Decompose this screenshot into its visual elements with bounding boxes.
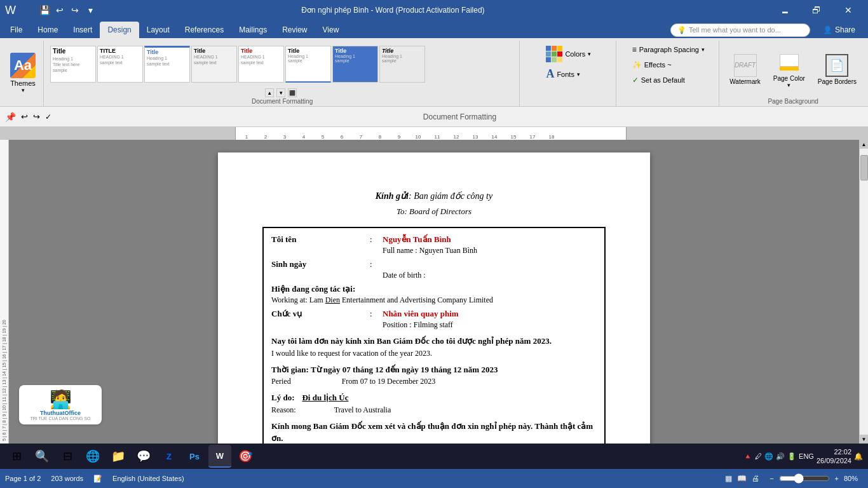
page-background-section: DRAFT Watermark Page Color ▾ 📄 Page Bord… xyxy=(721,41,865,106)
watermark-button[interactable]: DRAFT Watermark xyxy=(726,51,764,88)
effects-icon: ✨ xyxy=(632,60,642,69)
search-button[interactable]: 🔍 xyxy=(31,445,53,468)
main-area: 5 | 6 | 7 | 8 | 9 | 10 | 11 | 12 | 13 | … xyxy=(0,140,868,444)
undo-button[interactable]: ↩ xyxy=(53,4,66,17)
colors-button[interactable]: Colors ▾ xyxy=(543,44,593,64)
scrollbar-up-button[interactable]: ▲ xyxy=(860,140,868,149)
tab-insert[interactable]: Insert xyxy=(65,22,100,38)
page-bg-label: Page Background xyxy=(768,98,818,106)
undo-toolbar[interactable]: ↩ xyxy=(21,112,28,121)
effects-button[interactable]: ✨ Effects ~ xyxy=(628,58,675,71)
style-item-6[interactable]: Title Heading 1sample xyxy=(332,46,378,83)
view-read[interactable]: 📖 xyxy=(737,474,747,483)
title-bar: W Đơn nghi phép Binh - Word (Product Act… xyxy=(0,0,868,20)
label-hiendan: Hiện đang công tác tại: xyxy=(271,284,355,294)
scrollbar-down-button[interactable]: ▼ xyxy=(860,435,868,444)
ruler-tick-11: 11 xyxy=(428,134,447,140)
doc-area[interactable]: 🧑‍💻 ThuthuatOffice TRI TUE CUA DAN CONG … xyxy=(9,140,859,444)
minimize-button[interactable]: 🗕 xyxy=(770,0,799,20)
themes-button[interactable]: Aa Themes ▾ xyxy=(8,50,38,96)
restore-button[interactable]: 🗗 xyxy=(802,0,831,20)
network-icon: 🌐 xyxy=(764,452,773,461)
ruler-tick-9: 9 xyxy=(390,134,409,140)
style-item-7[interactable]: Title Heading 1sample xyxy=(379,46,425,83)
style-item-0[interactable]: Title Heading 1Title text here sample xyxy=(50,46,96,83)
share-button[interactable]: 👤 Share xyxy=(815,23,863,37)
notifications-icon[interactable]: 🔔 xyxy=(854,452,863,461)
explorer-button[interactable]: 📁 xyxy=(107,445,130,468)
save-button[interactable]: 💾 xyxy=(38,4,51,17)
page-color-chevron: ▾ xyxy=(787,82,790,88)
page-color-label: Page Color xyxy=(773,75,805,82)
zalo-button[interactable]: Z xyxy=(158,445,180,468)
view-print[interactable]: 🖨 xyxy=(752,474,759,483)
gallery-scroll-down[interactable]: ▼ xyxy=(276,88,285,97)
scrollbar-thumb[interactable] xyxy=(860,155,868,180)
fullname-value: Nguyen Tuan Bình xyxy=(419,246,477,255)
reason-value-en: Travel to Australia xyxy=(334,405,391,415)
spacing-icon: ≡ xyxy=(632,45,637,54)
status-right: ▦ 📖 🖨 − + 80% xyxy=(725,473,863,484)
close-button[interactable]: ✕ xyxy=(834,0,863,20)
check-toolbar[interactable]: ✓ xyxy=(45,112,51,121)
to-text: : Board of Directors xyxy=(404,207,471,216)
photoshop-button[interactable]: Ps xyxy=(183,445,206,468)
style-item-3[interactable]: Title HEADING 1sample text xyxy=(191,46,237,83)
teams-button[interactable]: 💬 xyxy=(132,445,155,468)
language-indicator: English (United States) xyxy=(112,475,184,482)
tab-references[interactable]: References xyxy=(177,22,231,38)
ruler-tick-2: 2 xyxy=(256,134,275,140)
ruler-tick-12: 12 xyxy=(447,134,466,140)
row-dob-vi: Sinh ngày : xyxy=(271,259,597,269)
word-taskbar-button[interactable]: W xyxy=(208,445,231,468)
zoom-slider[interactable] xyxy=(779,473,830,484)
page-borders-button[interactable]: 📄 Page Borders xyxy=(814,51,860,88)
start-button[interactable]: ⊞ xyxy=(5,445,28,468)
page-color-button[interactable]: Page Color ▾ xyxy=(770,48,809,91)
redo-button[interactable]: ↪ xyxy=(69,4,81,17)
edge-button[interactable]: 🌐 xyxy=(81,445,104,468)
ruler-tick-18: 18 xyxy=(542,134,561,140)
style-item-1[interactable]: TITLE HEADING 1sample text xyxy=(97,46,143,83)
zoom-plus[interactable]: + xyxy=(835,475,839,482)
tab-review[interactable]: Review xyxy=(275,22,315,38)
tab-mailings[interactable]: Mailings xyxy=(231,22,275,38)
tab-home[interactable]: Home xyxy=(30,22,65,38)
colors-fonts-section: Colors ▾ A Fonts ▾ xyxy=(521,41,616,106)
tab-layout[interactable]: Layout xyxy=(139,22,177,38)
tab-design[interactable]: Design xyxy=(100,22,139,38)
redo-toolbar[interactable]: ↪ xyxy=(33,112,40,121)
style-item-2[interactable]: Title Heading 1sample text xyxy=(144,46,190,83)
fonts-button[interactable]: A Fonts ▾ xyxy=(543,66,583,82)
gallery-scroll-up[interactable]: ▲ xyxy=(265,88,274,97)
style-item-4[interactable]: Title HEADING 1sample text xyxy=(238,46,284,83)
set-as-default-button[interactable]: ✓ Set as Default xyxy=(628,74,689,86)
pen-icon: 🖊 xyxy=(755,452,762,460)
customize-qa-button[interactable]: ▾ xyxy=(84,4,97,17)
edge-icon: 🌐 xyxy=(86,449,100,463)
left-ruler-numbers: 5 | 6 | 7 | 8 | 9 | 10 | 11 | 12 | 13 | … xyxy=(2,320,6,441)
style-item-5[interactable]: Title Heading 1sample xyxy=(285,46,331,83)
scrollbar-track[interactable] xyxy=(860,149,868,435)
doc-format-pin[interactable]: 📌 xyxy=(5,112,16,122)
zoom-minus[interactable]: − xyxy=(770,475,773,482)
tell-me-bar[interactable]: 💡 Tell me what you want to do... xyxy=(670,24,810,37)
ruler-main: 1 2 3 4 5 6 7 8 9 10 11 12 13 14 15 17 1… xyxy=(235,127,627,140)
word-count: 203 words xyxy=(51,475,83,482)
app5-button[interactable]: 🎯 xyxy=(234,445,257,468)
paragraph-spacing-button[interactable]: ≡ Paragraph Spacing ▾ xyxy=(628,43,709,56)
colon-1: : xyxy=(370,234,383,245)
colors-squares xyxy=(546,46,562,62)
spacing-section: ≡ Paragraph Spacing ▾ ✨ Effects ~ ✓ Set … xyxy=(618,41,719,106)
checkmark-icon: ✓ xyxy=(632,76,639,85)
right-scrollbar[interactable]: ▲ ▼ xyxy=(859,140,868,444)
view-normal[interactable]: ▦ xyxy=(725,474,732,483)
clock-date: 26/09/2024 xyxy=(817,456,851,465)
tab-view[interactable]: View xyxy=(315,22,347,38)
gallery-more[interactable]: ⬛ xyxy=(288,88,297,97)
teams-icon: 💬 xyxy=(137,449,151,463)
logo-icon: 🧑‍💻 xyxy=(23,389,98,410)
task-view-button[interactable]: ⊟ xyxy=(56,445,79,468)
app5-icon: 🎯 xyxy=(238,449,252,463)
tab-file[interactable]: File xyxy=(3,22,30,38)
